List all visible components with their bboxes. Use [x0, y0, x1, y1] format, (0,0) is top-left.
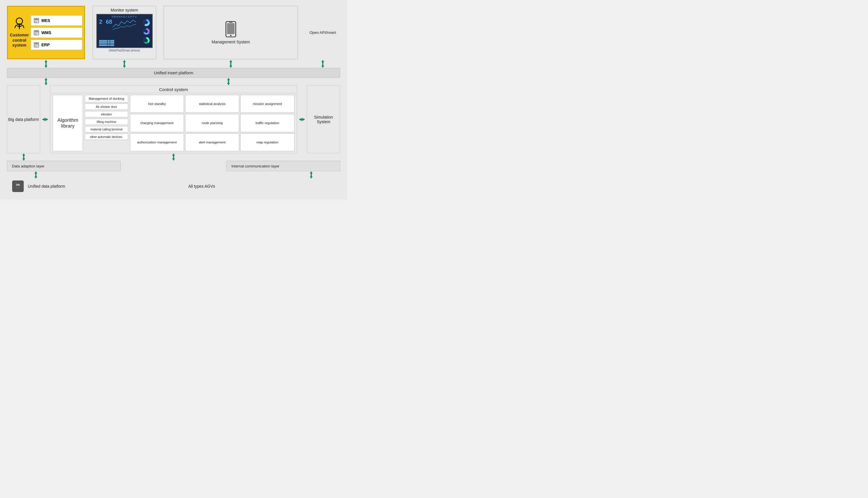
wms-item: WMS	[31, 27, 82, 38]
management-box: Management System	[164, 6, 298, 59]
svg-marker-54	[22, 158, 25, 161]
svg-marker-33	[123, 60, 126, 62]
simulation-label: Simulation System	[307, 115, 340, 124]
docking-item-1: elevator	[85, 111, 128, 117]
arr3-control	[50, 153, 297, 161]
arr-h-bigdata	[42, 85, 48, 153]
control-inner: Algorithm library Management of docking …	[50, 93, 297, 153]
customer-left-col: Customer control system	[10, 9, 29, 57]
screen-pies	[142, 18, 150, 44]
arrow3-bigdata	[21, 153, 27, 161]
svg-marker-49	[42, 118, 48, 121]
svg-rect-31	[45, 62, 47, 66]
svg-line-6	[23, 25, 24, 28]
svg-rect-37	[230, 62, 232, 66]
svg-marker-44	[44, 83, 48, 85]
screen-chart	[113, 18, 136, 30]
docking-item-2: lifting machine	[85, 119, 128, 125]
arr2-customer	[7, 78, 85, 85]
svg-line-5	[15, 25, 16, 28]
monitor-screen: 佳顺智能机器人监控平台 268	[96, 14, 153, 48]
arrow4-unified	[33, 171, 39, 179]
svg-marker-30	[44, 60, 48, 62]
control-grid: Hot standby statistical analysis mission…	[130, 95, 294, 151]
svg-marker-57	[172, 158, 175, 161]
arr-customer	[7, 60, 85, 68]
svg-marker-47	[227, 83, 230, 85]
arrow3-control	[170, 153, 177, 161]
mes-label: MES	[41, 18, 50, 23]
svg-rect-56	[173, 156, 174, 158]
arr2-mgmt	[159, 78, 298, 85]
docking-item-0: Air shower door	[85, 104, 128, 110]
arrows-row1	[7, 60, 340, 68]
svg-marker-55	[172, 153, 175, 156]
svg-marker-39	[321, 60, 324, 62]
algorithm-library-label: Algorithm library	[53, 117, 83, 129]
agv-box: All types AGVs	[183, 179, 340, 194]
arrow-api-down	[320, 60, 326, 68]
mes-item: MES	[31, 15, 82, 26]
ctrl-map: map regulation	[240, 133, 294, 151]
svg-rect-27	[227, 23, 235, 34]
diagram-container: Customer control system MES WMS ERP	[0, 0, 347, 199]
ctrl-statistical: statistical analysis	[185, 95, 239, 113]
internal-comm-label: Internal communication layer	[232, 164, 279, 168]
svg-rect-9	[35, 19, 38, 20]
control-system-title: Control system	[50, 86, 297, 93]
management-label: Management System	[212, 40, 250, 44]
wms-icon	[34, 30, 39, 35]
openapi-label: Open API/Insert	[310, 30, 336, 35]
svg-marker-32	[44, 66, 48, 68]
arr3-bigdata	[7, 153, 40, 161]
erp-icon	[34, 42, 39, 48]
svg-marker-61	[310, 171, 313, 173]
gap2	[158, 6, 161, 59]
main-section: Big data platform Control system Algorit…	[7, 85, 340, 153]
svg-rect-59	[35, 173, 37, 176]
data-adaption-box: Data adaption layer	[7, 161, 121, 171]
arr-monitor	[93, 60, 156, 68]
arr4-agv	[282, 171, 340, 179]
svg-marker-52	[22, 153, 25, 156]
customer-control-box: Customer control system MES WMS ERP	[7, 6, 85, 59]
arrows-row2	[7, 78, 340, 85]
svg-marker-63	[310, 176, 313, 179]
arrow-monitor-down	[121, 60, 128, 68]
ctrl-charging: charging management	[130, 114, 184, 132]
ctrl-traffic: traffic regulation	[240, 114, 294, 132]
ctrl-hot-standby: Hot standby	[130, 95, 184, 113]
internal-comm-box: Internal communication layer	[226, 161, 340, 171]
adaption-layer-row: Data adaption layer Internal communicati…	[7, 161, 340, 171]
phone-icon	[224, 21, 237, 37]
db-icon-text: DB	[16, 184, 20, 186]
customer-label: Customer control system	[10, 33, 29, 48]
monitor-subtitle: (Web/Pad/Smart phone)	[109, 49, 140, 52]
mgmt-docking-area: Management of docking Air shower door el…	[85, 95, 128, 151]
openapi-box: Open API/Insert	[305, 6, 340, 59]
ctrl-authorization: authorization management	[130, 133, 184, 151]
arrow-mgmt-down	[228, 60, 234, 68]
erp-label: ERP	[41, 42, 50, 47]
svg-point-0	[16, 18, 23, 24]
screen-data: ████████ ██ ████████████ ██ ████████████…	[99, 40, 114, 47]
simulation-box: Simulation System	[307, 85, 340, 153]
ctrl-alert: alert management	[185, 133, 239, 151]
big-data-box: Big data platform	[7, 85, 40, 153]
data-adaption-label: Data adaption layer	[12, 164, 44, 168]
svg-rect-53	[23, 156, 24, 158]
top-row: Customer control system MES WMS ERP	[7, 6, 340, 59]
svg-marker-42	[44, 78, 48, 80]
bottom-spacer	[166, 179, 181, 194]
arrow-h-bigdata	[42, 116, 48, 123]
svg-rect-13	[35, 31, 38, 32]
gap1	[87, 6, 90, 59]
arr-api	[305, 60, 340, 68]
screen-numbers: 268	[99, 18, 112, 25]
arr-mgmt	[164, 60, 298, 68]
mes-icon	[34, 18, 39, 23]
svg-marker-60	[35, 176, 37, 179]
svg-marker-41	[321, 66, 324, 68]
monitor-title: Monitor system	[111, 8, 138, 12]
svg-point-23	[145, 30, 148, 33]
